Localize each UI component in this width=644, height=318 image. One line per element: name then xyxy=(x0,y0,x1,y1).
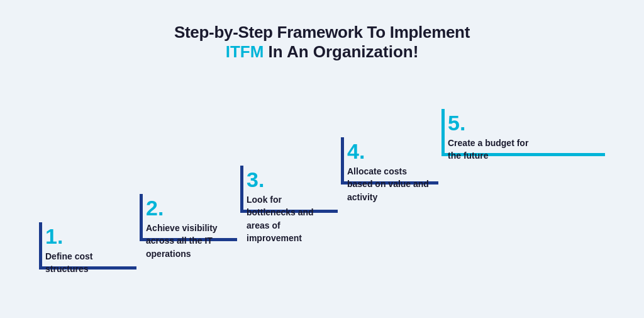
step-2-description: Achieve visibility across all the IT ope… xyxy=(146,222,228,260)
step-3-number: 3. xyxy=(247,169,328,190)
step-5-vline xyxy=(441,109,445,156)
page-header: Step-by-Step Framework To Implement ITFM… xyxy=(174,23,470,62)
step-4-description: Allocate costs based on value and activi… xyxy=(347,165,429,203)
step-1-number: 1. xyxy=(45,225,127,247)
header-line2: ITFM In An Organization! xyxy=(174,42,470,62)
step-1-block: 1.Define cost structures xyxy=(45,225,127,276)
step-3-description: Look for bottlenecks and areas of improv… xyxy=(247,193,328,244)
step-1-vline xyxy=(39,222,42,270)
header-line1: Step-by-Step Framework To Implement xyxy=(174,23,470,42)
step-4-vline xyxy=(341,137,344,185)
step-5-number: 5. xyxy=(448,112,530,133)
step-1-description: Define cost structures xyxy=(45,250,127,276)
header-suffix: In An Organization! xyxy=(264,42,418,61)
step-4-number: 4. xyxy=(347,140,429,162)
steps-diagram: 1.Define cost structures2.Achieve visibi… xyxy=(20,81,624,276)
step-2-vline xyxy=(140,194,143,241)
step-3-vline xyxy=(240,166,243,213)
step-5-description: Create a budget for the future xyxy=(448,137,530,162)
step-4-block: 4.Allocate costs based on value and acti… xyxy=(347,140,429,203)
itfm-text: ITFM xyxy=(226,42,264,61)
step-5-block: 5.Create a budget for the future xyxy=(448,112,530,162)
step-2-block: 2.Achieve visibility across all the IT o… xyxy=(146,197,228,260)
step-3-block: 3.Look for bottlenecks and areas of impr… xyxy=(247,169,328,244)
step-2-number: 2. xyxy=(146,197,228,219)
